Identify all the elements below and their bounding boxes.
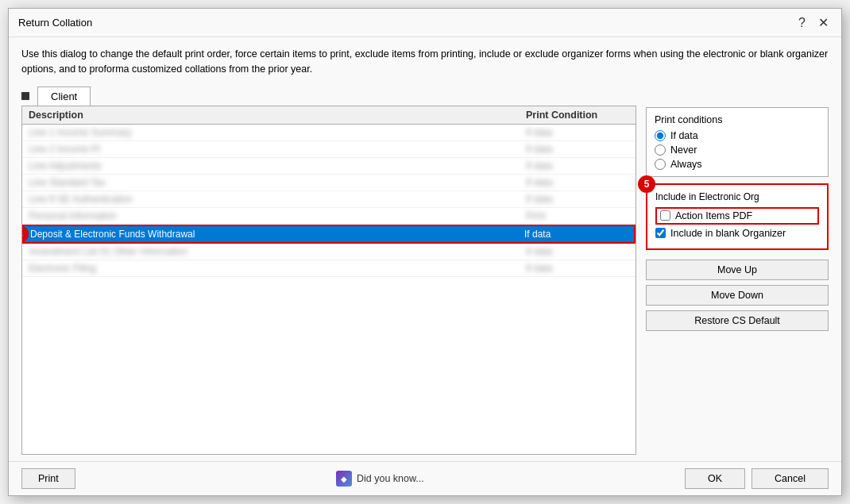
ok-button[interactable]: OK xyxy=(685,468,745,489)
table-row[interactable]: Line 8 SE Authentication If data xyxy=(22,191,636,208)
action-items-pdf-checkbox[interactable]: Action Items PDF xyxy=(655,207,819,225)
action-items-pdf-input[interactable] xyxy=(660,210,670,221)
main-content: Description Print Condition Line 1 Incom… xyxy=(9,106,841,462)
include-box-title: Include in Electronic Org xyxy=(655,191,819,202)
table-row[interactable]: Line 1 Income Summary If data xyxy=(22,125,636,141)
col-description-header: Description xyxy=(29,110,526,121)
include-blank-organizer-input[interactable] xyxy=(655,228,666,238)
table-row[interactable]: Electronic Filing If data xyxy=(22,260,636,277)
help-button[interactable]: ? xyxy=(795,16,809,30)
radio-if-data-input[interactable] xyxy=(655,130,666,141)
tab-strip: Client xyxy=(9,87,841,106)
return-collation-dialog: Return Collation ? ✕ Use this dialog to … xyxy=(8,8,842,496)
table-row[interactable]: Amendment List 01 Other Information If d… xyxy=(22,244,636,260)
bottom-bar: Print ◆ Did you know... OK Cancel xyxy=(9,461,841,495)
table-row[interactable]: Line Standard Tax If data xyxy=(22,175,636,191)
did-you-know-icon: ◆ xyxy=(336,471,352,487)
selected-row-wrapper: 4 Deposit & Electronic Funds Withdrawal … xyxy=(22,225,636,244)
action-buttons: Move Up Move Down Restore CS Default xyxy=(646,260,829,331)
radio-never[interactable]: Never xyxy=(655,144,820,156)
cancel-button[interactable]: Cancel xyxy=(751,468,829,489)
selected-row-desc: Deposit & Electronic Funds Withdrawal xyxy=(30,229,524,240)
table-row[interactable]: Line Adjustments If data xyxy=(22,158,636,175)
include-blank-organizer-checkbox[interactable]: Include in blank Organizer xyxy=(655,228,819,239)
restore-default-button[interactable]: Restore CS Default xyxy=(646,310,829,331)
move-up-button[interactable]: Move Up xyxy=(646,260,829,280)
title-bar: Return Collation ? ✕ xyxy=(9,9,841,37)
print-conditions-title: Print conditions xyxy=(655,114,820,125)
print-conditions-box: Print conditions If data Never Always xyxy=(646,107,829,177)
col-print-header: Print Condition xyxy=(526,110,629,121)
tab-client[interactable]: Client xyxy=(37,87,91,106)
print-button[interactable]: Print xyxy=(21,468,75,489)
radio-group: If data Never Always xyxy=(655,130,820,170)
table-header: Description Print Condition xyxy=(22,106,636,125)
radio-always-input[interactable] xyxy=(655,159,666,170)
description-text: Use this dialog to change the default pr… xyxy=(9,37,841,87)
table-row[interactable]: Line 2 Income Pt If data xyxy=(22,141,636,158)
table-row[interactable]: Personal Information Print xyxy=(22,208,636,225)
ok-cancel-buttons: OK Cancel xyxy=(685,468,829,489)
collation-table: Description Print Condition Line 1 Incom… xyxy=(21,106,636,456)
tab-icon xyxy=(21,92,29,100)
close-button[interactable]: ✕ xyxy=(815,15,832,30)
radio-if-data[interactable]: If data xyxy=(655,130,820,141)
radio-always[interactable]: Always xyxy=(655,159,820,170)
table-row-selected[interactable]: Deposit & Electronic Funds Withdrawal If… xyxy=(22,225,636,244)
did-you-know[interactable]: ◆ Did you know... xyxy=(336,471,424,487)
radio-never-input[interactable] xyxy=(655,144,666,156)
selected-row-print: If data xyxy=(524,229,628,240)
title-bar-controls: ? ✕ xyxy=(795,15,832,30)
include-box: 5 Include in Electronic Org Action Items… xyxy=(646,183,829,250)
right-panel: Print conditions If data Never Always xyxy=(646,106,829,456)
table-body[interactable]: Line 1 Income Summary If data Line 2 Inc… xyxy=(22,125,636,455)
badge-5: 5 xyxy=(638,175,655,193)
move-down-button[interactable]: Move Down xyxy=(646,285,829,306)
dialog-title: Return Collation xyxy=(18,17,92,29)
